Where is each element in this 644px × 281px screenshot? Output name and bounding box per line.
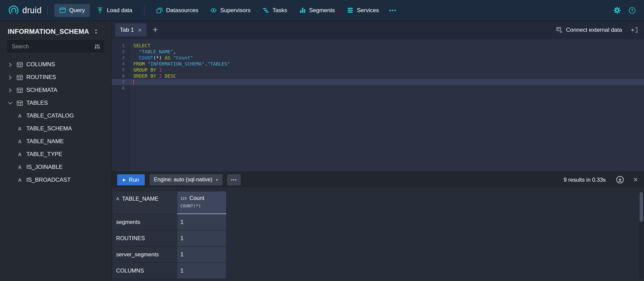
code-token [162, 55, 164, 60]
tree-item-schemata[interactable]: SCHEMATA [0, 84, 111, 97]
nav-item-label: Services [357, 7, 379, 14]
download-icon[interactable] [616, 176, 624, 184]
query-more-button[interactable] [227, 174, 241, 185]
double-caret-vertical-icon[interactable] [93, 29, 99, 34]
application-icon [59, 7, 66, 14]
engine-select[interactable]: Engine: auto (sql-native) ▾ [150, 174, 222, 185]
code-text [130, 79, 134, 85]
tree-item-table-schema[interactable]: ATABLE_SCHEMA [0, 122, 111, 135]
nav-item-load-data[interactable]: Load data [92, 4, 137, 17]
services-icon [347, 7, 353, 14]
code-token: AS [165, 55, 170, 60]
sql-editor[interactable]: 1SELECT2 "TABLE_NAME",3 COUNT(*) AS "Cou… [112, 39, 644, 172]
code-line[interactable]: 1SELECT [112, 43, 644, 49]
code-token [170, 55, 173, 60]
tree-item-label: ROUTINES [26, 74, 56, 81]
column-header-count[interactable]: 123CountCOUNT(*) [177, 191, 226, 214]
tree-item-is-joinable[interactable]: AIS_JOINABLE [0, 161, 111, 174]
nav-item-query[interactable]: Query [54, 4, 90, 17]
help-icon[interactable]: ? [628, 7, 636, 14]
search-input[interactable] [11, 43, 94, 50]
results-status: 9 results in 0.33s [564, 177, 606, 183]
column-expression: COUNT(*) [181, 204, 223, 208]
code-line[interactable]: 7 [112, 79, 644, 85]
brand-name: druid [22, 5, 42, 15]
code-text: FROM "INFORMATION_SCHEMA"."TABLES" [130, 61, 230, 67]
tree-item-columns[interactable]: COLUMNS [0, 58, 111, 71]
tree-item-is-broadcast[interactable]: AIS_BROADCAST [0, 174, 111, 186]
close-tab-icon[interactable]: × [138, 27, 142, 33]
druid-console: druid QueryLoad dataDatasourcesSuperviso… [0, 0, 644, 281]
schema-tree: COLUMNSROUTINESSCHEMATATABLESATABLE_CATA… [0, 58, 111, 186]
nav-item-label: Segments [309, 7, 335, 14]
chevron-right-icon [7, 87, 13, 93]
more-icon [231, 177, 237, 183]
new-tab-button[interactable]: + [153, 25, 158, 34]
connect-external-data-button[interactable]: Connect external data [556, 27, 622, 33]
table-row: ROUTINES1 [113, 230, 226, 246]
nav-item-services[interactable]: Services [342, 4, 384, 17]
column-header-line: 123Count [181, 195, 223, 201]
nav-item-datasources[interactable]: Datasources [151, 4, 203, 17]
chevron-down-icon [7, 100, 13, 106]
results-scrollbar[interactable] [639, 191, 643, 280]
run-button-label: Run [129, 177, 139, 183]
tree-item-table-catalog[interactable]: ATABLE_CATALOG [0, 109, 111, 122]
query-view: Tab 1 × + Connect external data [112, 21, 644, 281]
schema-sidebar: INFORMATION_SCHEMA [0, 21, 112, 281]
code-text: GROUP BY 1 [130, 67, 162, 73]
table-cell[interactable]: 1 [177, 246, 226, 262]
string-type-icon: A [17, 113, 23, 119]
segments-icon [299, 7, 306, 14]
nav-divider [47, 6, 48, 15]
code-line[interactable]: 3 COUNT(*) AS "Count" [112, 55, 644, 61]
code-token: "TABLES" [207, 61, 230, 67]
query-tab-bar: Tab 1 × + Connect external data [112, 21, 644, 39]
nav-item-supervisors[interactable]: Supervisors [205, 4, 256, 17]
table-row: segments1 [113, 214, 226, 230]
table-cell[interactable]: segments [113, 214, 177, 230]
filter-settings-icon[interactable] [94, 44, 100, 50]
open-panel-icon[interactable] [631, 27, 638, 33]
code-token: FROM [133, 61, 145, 67]
code-line[interactable]: 5GROUP BY 1 [112, 67, 644, 73]
table-cell[interactable]: ROUTINES [113, 230, 177, 246]
tasks-icon [263, 7, 269, 14]
code-token: COUNT [139, 55, 153, 60]
tree-item-routines[interactable]: ROUTINES [0, 71, 111, 84]
settings-gear-icon[interactable] [613, 6, 621, 14]
more-menu-button[interactable] [389, 7, 396, 14]
tree-item-label: IS_BROADCAST [26, 177, 71, 183]
code-text [130, 85, 133, 91]
table-cell[interactable]: 1 [177, 230, 226, 246]
scrollbar-thumb[interactable] [640, 192, 643, 222]
tab-tab-1[interactable]: Tab 1 × [115, 23, 146, 36]
table-row: server_segments1 [113, 246, 226, 262]
tree-item-table-type[interactable]: ATABLE_TYPE [0, 148, 111, 161]
code-line[interactable]: 4FROM "INFORMATION_SCHEMA"."TABLES" [112, 61, 644, 67]
line-number: 7 [112, 79, 130, 85]
code-line[interactable]: 2 "TABLE_NAME", [112, 49, 644, 55]
nav-item-segments[interactable]: Segments [294, 4, 340, 17]
code-token: "TABLE_NAME" [139, 49, 173, 54]
results-table: ATABLE_NAME123CountCOUNT(*)segments1ROUT… [113, 191, 226, 279]
nav-item-label: Load data [107, 7, 132, 14]
nav-item-tasks[interactable]: Tasks [258, 4, 292, 17]
line-number: 2 [112, 49, 130, 55]
caret-down-icon: ▾ [216, 177, 218, 182]
nav-item-label: Datasources [166, 7, 198, 14]
code-line[interactable]: 6ORDER BY 2 DESC [112, 73, 644, 79]
table-cell[interactable]: 1 [177, 214, 226, 230]
run-button[interactable]: ▶ Run [117, 174, 145, 185]
schema-selector[interactable]: INFORMATION_SCHEMA [8, 28, 89, 35]
close-results-icon[interactable]: × [634, 176, 638, 184]
tree-item-tables[interactable]: TABLES [0, 97, 111, 109]
table-cell[interactable]: server_segments [113, 246, 177, 262]
table-cell[interactable]: COLUMNS [113, 262, 177, 279]
tab-label: Tab 1 [120, 27, 134, 33]
column-header-table-name[interactable]: ATABLE_NAME [113, 191, 177, 214]
table-cell[interactable]: 1 [177, 262, 226, 279]
tree-item-label: TABLE_CATALOG [26, 112, 74, 119]
tree-item-table-name[interactable]: ATABLE_NAME [0, 135, 111, 148]
code-line[interactable]: 8 [112, 85, 644, 91]
